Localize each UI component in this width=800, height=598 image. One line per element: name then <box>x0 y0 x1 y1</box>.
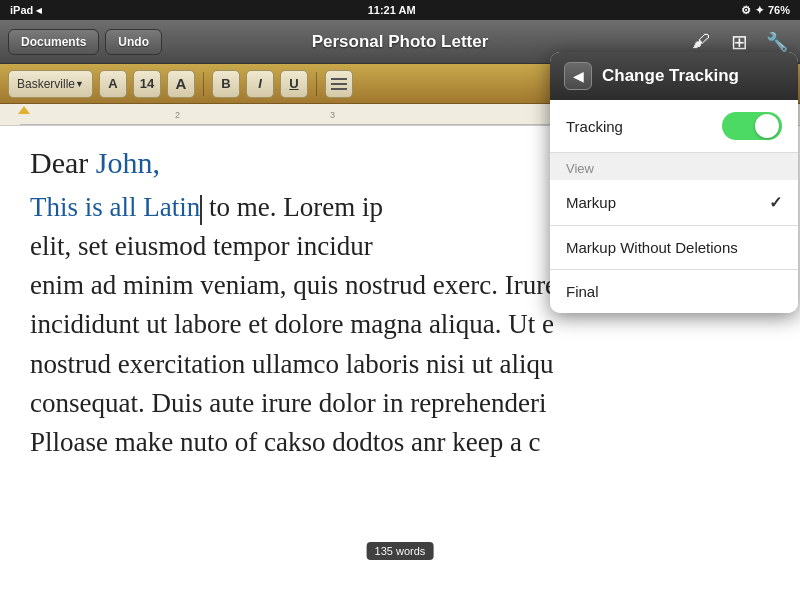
panel-title: Change Tracking <box>602 66 739 86</box>
body-line-5: consequat. Duis aute irure dolor in repr… <box>30 388 547 418</box>
status-left: iPad ◂ <box>10 4 42 17</box>
font-dropdown-icon: ▼ <box>75 79 84 89</box>
markup-checkmark: ✓ <box>769 193 782 212</box>
svg-rect-0 <box>331 78 347 80</box>
font-style-a-button[interactable]: A <box>99 70 127 98</box>
body-line-6: Plloase make nuto of cakso dodtos anr ke… <box>30 427 541 457</box>
final-label: Final <box>566 283 599 300</box>
body-line-4: nostrud exercitation ullamco laboris nis… <box>30 349 553 379</box>
tracking-row: Tracking ON <box>550 100 798 153</box>
bluetooth-icon: ✦ <box>755 4 764 17</box>
font-size-button[interactable]: 14 <box>133 70 161 98</box>
ipad-label: iPad ◂ <box>10 4 42 17</box>
ruler-mark-2: 2 <box>175 110 180 120</box>
markup-menu-item[interactable]: Markup ✓ <box>550 180 798 226</box>
underline-button[interactable]: U <box>280 70 308 98</box>
status-bar: iPad ◂ 11:21 AM ⚙ ✦ 76% <box>0 0 800 20</box>
panel-header: ◀ Change Tracking <box>550 52 798 100</box>
final-menu-item[interactable]: Final <box>550 270 798 313</box>
tracking-toggle[interactable]: ON <box>722 112 782 140</box>
ruler-mark-3: 3 <box>330 110 335 120</box>
status-time: 11:21 AM <box>368 4 416 16</box>
font-selector[interactable]: Baskerville ▼ <box>8 70 93 98</box>
svg-rect-1 <box>331 83 347 85</box>
list-button[interactable] <box>325 70 353 98</box>
bold-button[interactable]: B <box>212 70 240 98</box>
name-text: John, <box>96 146 160 179</box>
battery-indicator: 76% <box>768 4 790 16</box>
toolbar-divider-2 <box>316 72 317 96</box>
markup-without-deletions-label: Markup Without Deletions <box>566 239 738 256</box>
markup-label: Markup <box>566 194 616 211</box>
tracked-text: This is all Latin <box>30 192 200 222</box>
markup-without-deletions-menu-item[interactable]: Markup Without Deletions <box>550 226 798 270</box>
svg-rect-2 <box>331 88 347 90</box>
back-icon: ◀ <box>573 68 584 84</box>
tracking-label: Tracking <box>566 118 623 135</box>
body-line-2: enim ad minim veniam, quis nostrud exerc… <box>30 270 557 300</box>
panel-back-button[interactable]: ◀ <box>564 62 592 90</box>
status-right: ⚙ ✦ 76% <box>741 4 790 17</box>
body-line-3: incididunt ut labore et dolore magna ali… <box>30 309 554 339</box>
documents-button[interactable]: Documents <box>8 29 99 55</box>
font-name: Baskerville <box>17 77 75 91</box>
italic-button[interactable]: I <box>246 70 274 98</box>
wifi-icon: ⚙ <box>741 4 751 17</box>
word-count-badge: 135 words <box>367 542 434 560</box>
change-tracking-panel: ◀ Change Tracking Tracking ON View Marku… <box>550 52 798 313</box>
font-large-a-button[interactable]: A <box>167 70 195 98</box>
body-after-cursor: to me. Lorem ip <box>202 192 383 222</box>
undo-button[interactable]: Undo <box>105 29 162 55</box>
view-section-header: View <box>550 153 798 180</box>
left-tab-marker <box>18 106 30 114</box>
document-title: Personal Photo Letter <box>312 32 489 52</box>
toggle-knob <box>755 114 779 138</box>
toolbar-divider-1 <box>203 72 204 96</box>
body-line-1: elit, set eiusmod tempor incidur <box>30 231 373 261</box>
